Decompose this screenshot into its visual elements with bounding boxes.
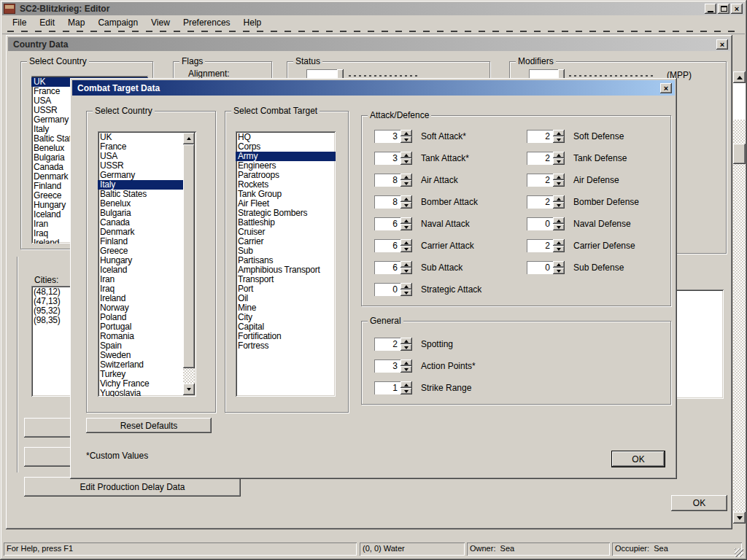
spinner-down-button[interactable]	[400, 268, 412, 274]
application-window: SC2-Blitzkrieg: Editor × FileEditMapCamp…	[0, 0, 747, 560]
spinner-up-button[interactable]	[400, 195, 412, 202]
spinner-value[interactable]: 8	[374, 174, 400, 187]
spinner-up-button[interactable]	[553, 130, 565, 136]
spinner-up-button[interactable]	[400, 152, 412, 158]
modifiers-group-label: Modifiers	[516, 56, 556, 66]
spinner-value[interactable]: 2	[527, 239, 553, 252]
spinner-down-button[interactable]	[400, 202, 412, 209]
arrow-up-icon	[404, 198, 409, 201]
spinner-value[interactable]: 2	[527, 195, 553, 209]
spinner-value[interactable]: 6	[374, 239, 400, 252]
combat-target-list[interactable]: HQCorpsArmyEngineersParatroopsRocketsTan…	[236, 131, 336, 397]
maximize-button[interactable]	[718, 4, 729, 14]
spinner-down-button[interactable]	[400, 136, 412, 143]
spinner-down-button[interactable]	[400, 158, 412, 165]
combat-country-list[interactable]: UKFranceUSAUSSRGermanyItalyBaltic States…	[98, 131, 196, 397]
reset-defaults-button[interactable]: Reset Defaults	[86, 418, 212, 433]
combat-dialog-ok-button[interactable]: OK	[611, 451, 665, 467]
spinner-down-button[interactable]	[553, 136, 565, 143]
spinner-down-button[interactable]	[553, 268, 565, 274]
combat-country-scrollbar[interactable]	[183, 133, 195, 395]
spinner-up-button[interactable]	[400, 338, 412, 344]
minimize-button[interactable]	[705, 4, 716, 14]
spinner-value[interactable]: 8	[374, 195, 400, 209]
arrow-up-icon	[557, 176, 561, 179]
spinner-down-button[interactable]	[400, 388, 412, 394]
menu-item[interactable]: View	[144, 16, 177, 29]
spinner-up-button[interactable]	[553, 239, 565, 246]
spinner-value[interactable]: 3	[374, 130, 400, 143]
country-dialog-close-button[interactable]: ×	[716, 39, 728, 50]
spinner-up-button[interactable]	[400, 239, 412, 246]
spinner-up-button[interactable]	[553, 152, 565, 158]
spinner-value[interactable]: 2	[527, 130, 553, 143]
status-tile-info: (0, 0) Water	[360, 542, 465, 556]
spinner-arrows	[400, 261, 412, 274]
menu-item[interactable]: Preferences	[177, 16, 237, 29]
spinner-row: 2 Spotting	[374, 338, 476, 351]
menu-item[interactable]: Map	[61, 16, 91, 29]
scroll-down-button[interactable]	[733, 512, 746, 524]
scroll-up-button[interactable]	[183, 133, 195, 144]
spinner-down-button[interactable]	[553, 224, 565, 230]
scrollbar-thumb[interactable]	[733, 144, 746, 164]
spinner-value[interactable]: 3	[374, 152, 400, 165]
edit-production-delay-button[interactable]: Edit Production Delay Data	[24, 477, 241, 497]
country-dialog-ok-button[interactable]: OK	[671, 495, 727, 511]
target-list-item[interactable]: Port	[236, 284, 336, 294]
spinner-up-button[interactable]	[400, 130, 412, 136]
country-list-item[interactable]: Yugoslavia	[98, 389, 183, 397]
spinner-down-button[interactable]	[553, 202, 565, 209]
spinner-value[interactable]: 2	[374, 338, 400, 351]
map-vertical-scrollbar[interactable]	[733, 71, 746, 524]
scroll-up-button[interactable]	[733, 71, 746, 83]
spinner-down-button[interactable]	[400, 224, 412, 230]
spinner-value[interactable]: 0	[527, 217, 553, 230]
close-icon: ×	[664, 85, 668, 92]
spinner-up-button[interactable]	[400, 261, 412, 268]
spinner-down-button[interactable]	[400, 366, 412, 373]
spinner-value[interactable]: 1	[374, 381, 400, 394]
spinner-value[interactable]: 6	[374, 261, 400, 274]
spinner-value[interactable]: 0	[374, 283, 400, 296]
spinner-up-button[interactable]	[400, 217, 412, 224]
menu-item[interactable]: Help	[237, 16, 268, 29]
general-group-label: General	[368, 316, 403, 326]
scroll-down-button[interactable]	[183, 384, 195, 395]
spinner-up-button[interactable]	[400, 174, 412, 180]
spinner-down-button[interactable]	[400, 246, 412, 252]
spinner-up-button[interactable]	[553, 217, 565, 224]
menu-item[interactable]: Edit	[33, 16, 61, 29]
spinner-value[interactable]: 0	[527, 261, 553, 274]
spinner-down-button[interactable]	[400, 289, 412, 296]
resize-grip[interactable]	[735, 548, 743, 557]
spinner-value[interactable]: 2	[527, 152, 553, 165]
close-button[interactable]: ×	[731, 4, 743, 14]
spinner-row: 0 Naval Defense	[527, 217, 639, 230]
target-list-item[interactable]: Fortress	[236, 341, 336, 351]
arrow-down-icon	[557, 226, 561, 229]
spinner-down-button[interactable]	[553, 180, 565, 187]
spinner-value[interactable]: 3	[374, 359, 400, 373]
spinner-down-button[interactable]	[400, 344, 412, 351]
status-help-text: For Help, press F1	[4, 542, 357, 556]
country-dialog-title: Country Data	[8, 39, 715, 50]
spinner-up-button[interactable]	[553, 261, 565, 268]
spinner-down-button[interactable]	[400, 180, 412, 187]
menu-item[interactable]: File	[6, 16, 33, 29]
spinner-up-button[interactable]	[553, 174, 565, 180]
combat-dialog-close-button[interactable]: ×	[660, 83, 672, 93]
arrow-up-icon	[404, 263, 409, 266]
spinner-down-button[interactable]	[553, 246, 565, 252]
scrollbar-thumb[interactable]	[183, 144, 195, 368]
spinner-value[interactable]: 2	[527, 174, 553, 187]
spinner-up-button[interactable]	[400, 381, 412, 388]
spinner-up-button[interactable]	[400, 283, 412, 289]
spinner-arrows	[400, 130, 412, 143]
spinner-up-button[interactable]	[553, 195, 565, 202]
spinner-down-button[interactable]	[553, 158, 565, 165]
spinner-up-button[interactable]	[400, 359, 412, 366]
arrow-down-icon	[404, 390, 409, 393]
spinner-value[interactable]: 6	[374, 217, 400, 230]
menu-item[interactable]: Campaign	[91, 16, 144, 29]
